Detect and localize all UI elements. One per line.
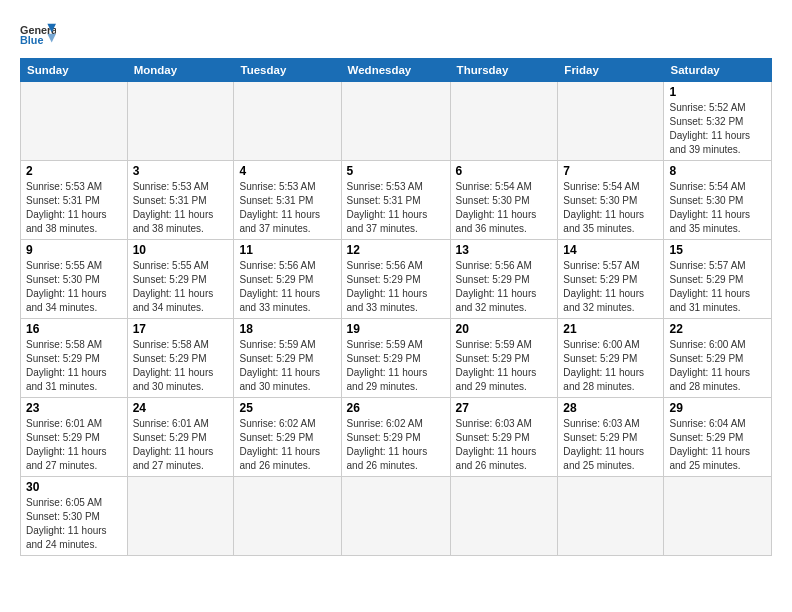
day-number: 17 xyxy=(133,322,229,336)
calendar-week-row: 2Sunrise: 5:53 AM Sunset: 5:31 PM Daylig… xyxy=(21,161,772,240)
day-number: 27 xyxy=(456,401,553,415)
logo: General Blue xyxy=(20,22,56,50)
day-number: 25 xyxy=(239,401,335,415)
calendar-cell: 13Sunrise: 5:56 AM Sunset: 5:29 PM Dayli… xyxy=(450,240,558,319)
calendar-cell: 10Sunrise: 5:55 AM Sunset: 5:29 PM Dayli… xyxy=(127,240,234,319)
calendar-cell: 27Sunrise: 6:03 AM Sunset: 5:29 PM Dayli… xyxy=(450,398,558,477)
calendar-table: SundayMondayTuesdayWednesdayThursdayFrid… xyxy=(20,58,772,556)
day-info: Sunrise: 6:03 AM Sunset: 5:29 PM Dayligh… xyxy=(563,417,658,473)
calendar-cell: 9Sunrise: 5:55 AM Sunset: 5:30 PM Daylig… xyxy=(21,240,128,319)
calendar-cell: 12Sunrise: 5:56 AM Sunset: 5:29 PM Dayli… xyxy=(341,240,450,319)
day-info: Sunrise: 5:54 AM Sunset: 5:30 PM Dayligh… xyxy=(563,180,658,236)
calendar-cell xyxy=(558,82,664,161)
calendar-cell: 17Sunrise: 5:58 AM Sunset: 5:29 PM Dayli… xyxy=(127,319,234,398)
day-number: 9 xyxy=(26,243,122,257)
calendar-header-row: SundayMondayTuesdayWednesdayThursdayFrid… xyxy=(21,59,772,82)
day-number: 10 xyxy=(133,243,229,257)
calendar-week-row: 1Sunrise: 5:52 AM Sunset: 5:32 PM Daylig… xyxy=(21,82,772,161)
day-header-thursday: Thursday xyxy=(450,59,558,82)
day-info: Sunrise: 5:59 AM Sunset: 5:29 PM Dayligh… xyxy=(456,338,553,394)
logo-icon: General Blue xyxy=(20,22,56,50)
calendar-cell: 22Sunrise: 6:00 AM Sunset: 5:29 PM Dayli… xyxy=(664,319,772,398)
day-info: Sunrise: 5:58 AM Sunset: 5:29 PM Dayligh… xyxy=(26,338,122,394)
day-number: 16 xyxy=(26,322,122,336)
day-info: Sunrise: 5:56 AM Sunset: 5:29 PM Dayligh… xyxy=(347,259,445,315)
day-number: 3 xyxy=(133,164,229,178)
calendar-week-row: 30Sunrise: 6:05 AM Sunset: 5:30 PM Dayli… xyxy=(21,477,772,556)
day-info: Sunrise: 5:54 AM Sunset: 5:30 PM Dayligh… xyxy=(669,180,766,236)
day-info: Sunrise: 5:57 AM Sunset: 5:29 PM Dayligh… xyxy=(669,259,766,315)
day-info: Sunrise: 5:56 AM Sunset: 5:29 PM Dayligh… xyxy=(456,259,553,315)
calendar-cell: 30Sunrise: 6:05 AM Sunset: 5:30 PM Dayli… xyxy=(21,477,128,556)
day-header-monday: Monday xyxy=(127,59,234,82)
calendar-cell xyxy=(341,477,450,556)
day-info: Sunrise: 6:05 AM Sunset: 5:30 PM Dayligh… xyxy=(26,496,122,552)
day-info: Sunrise: 6:00 AM Sunset: 5:29 PM Dayligh… xyxy=(563,338,658,394)
calendar-cell: 16Sunrise: 5:58 AM Sunset: 5:29 PM Dayli… xyxy=(21,319,128,398)
day-number: 5 xyxy=(347,164,445,178)
day-info: Sunrise: 6:03 AM Sunset: 5:29 PM Dayligh… xyxy=(456,417,553,473)
day-info: Sunrise: 5:55 AM Sunset: 5:30 PM Dayligh… xyxy=(26,259,122,315)
calendar-cell xyxy=(558,477,664,556)
calendar-cell: 4Sunrise: 5:53 AM Sunset: 5:31 PM Daylig… xyxy=(234,161,341,240)
calendar-cell xyxy=(234,477,341,556)
day-info: Sunrise: 5:52 AM Sunset: 5:32 PM Dayligh… xyxy=(669,101,766,157)
day-number: 4 xyxy=(239,164,335,178)
header: General Blue xyxy=(20,16,772,50)
day-info: Sunrise: 5:55 AM Sunset: 5:29 PM Dayligh… xyxy=(133,259,229,315)
calendar-cell: 26Sunrise: 6:02 AM Sunset: 5:29 PM Dayli… xyxy=(341,398,450,477)
day-number: 21 xyxy=(563,322,658,336)
day-info: Sunrise: 5:54 AM Sunset: 5:30 PM Dayligh… xyxy=(456,180,553,236)
calendar-cell: 6Sunrise: 5:54 AM Sunset: 5:30 PM Daylig… xyxy=(450,161,558,240)
svg-text:Blue: Blue xyxy=(20,34,43,46)
day-header-saturday: Saturday xyxy=(664,59,772,82)
day-number: 8 xyxy=(669,164,766,178)
calendar-cell: 20Sunrise: 5:59 AM Sunset: 5:29 PM Dayli… xyxy=(450,319,558,398)
day-info: Sunrise: 5:53 AM Sunset: 5:31 PM Dayligh… xyxy=(239,180,335,236)
calendar-cell xyxy=(21,82,128,161)
day-number: 11 xyxy=(239,243,335,257)
day-number: 22 xyxy=(669,322,766,336)
day-number: 6 xyxy=(456,164,553,178)
calendar-cell xyxy=(341,82,450,161)
calendar-cell: 19Sunrise: 5:59 AM Sunset: 5:29 PM Dayli… xyxy=(341,319,450,398)
day-header-wednesday: Wednesday xyxy=(341,59,450,82)
calendar-cell: 24Sunrise: 6:01 AM Sunset: 5:29 PM Dayli… xyxy=(127,398,234,477)
calendar-cell: 23Sunrise: 6:01 AM Sunset: 5:29 PM Dayli… xyxy=(21,398,128,477)
day-number: 7 xyxy=(563,164,658,178)
day-number: 15 xyxy=(669,243,766,257)
day-info: Sunrise: 6:01 AM Sunset: 5:29 PM Dayligh… xyxy=(26,417,122,473)
day-number: 28 xyxy=(563,401,658,415)
day-number: 18 xyxy=(239,322,335,336)
calendar-cell: 3Sunrise: 5:53 AM Sunset: 5:31 PM Daylig… xyxy=(127,161,234,240)
day-number: 29 xyxy=(669,401,766,415)
calendar-cell: 28Sunrise: 6:03 AM Sunset: 5:29 PM Dayli… xyxy=(558,398,664,477)
day-number: 1 xyxy=(669,85,766,99)
calendar-cell xyxy=(127,82,234,161)
day-header-sunday: Sunday xyxy=(21,59,128,82)
day-header-tuesday: Tuesday xyxy=(234,59,341,82)
calendar-cell: 14Sunrise: 5:57 AM Sunset: 5:29 PM Dayli… xyxy=(558,240,664,319)
day-info: Sunrise: 6:02 AM Sunset: 5:29 PM Dayligh… xyxy=(347,417,445,473)
day-number: 30 xyxy=(26,480,122,494)
day-number: 19 xyxy=(347,322,445,336)
day-number: 2 xyxy=(26,164,122,178)
day-info: Sunrise: 5:59 AM Sunset: 5:29 PM Dayligh… xyxy=(239,338,335,394)
day-info: Sunrise: 5:53 AM Sunset: 5:31 PM Dayligh… xyxy=(133,180,229,236)
day-number: 23 xyxy=(26,401,122,415)
calendar-cell: 1Sunrise: 5:52 AM Sunset: 5:32 PM Daylig… xyxy=(664,82,772,161)
day-info: Sunrise: 5:53 AM Sunset: 5:31 PM Dayligh… xyxy=(347,180,445,236)
calendar-cell: 21Sunrise: 6:00 AM Sunset: 5:29 PM Dayli… xyxy=(558,319,664,398)
day-info: Sunrise: 5:53 AM Sunset: 5:31 PM Dayligh… xyxy=(26,180,122,236)
day-info: Sunrise: 6:04 AM Sunset: 5:29 PM Dayligh… xyxy=(669,417,766,473)
calendar-week-row: 16Sunrise: 5:58 AM Sunset: 5:29 PM Dayli… xyxy=(21,319,772,398)
day-info: Sunrise: 6:01 AM Sunset: 5:29 PM Dayligh… xyxy=(133,417,229,473)
day-info: Sunrise: 6:02 AM Sunset: 5:29 PM Dayligh… xyxy=(239,417,335,473)
day-info: Sunrise: 5:59 AM Sunset: 5:29 PM Dayligh… xyxy=(347,338,445,394)
calendar-cell: 7Sunrise: 5:54 AM Sunset: 5:30 PM Daylig… xyxy=(558,161,664,240)
calendar-cell: 2Sunrise: 5:53 AM Sunset: 5:31 PM Daylig… xyxy=(21,161,128,240)
calendar-cell: 18Sunrise: 5:59 AM Sunset: 5:29 PM Dayli… xyxy=(234,319,341,398)
calendar-cell: 5Sunrise: 5:53 AM Sunset: 5:31 PM Daylig… xyxy=(341,161,450,240)
calendar-cell: 15Sunrise: 5:57 AM Sunset: 5:29 PM Dayli… xyxy=(664,240,772,319)
day-info: Sunrise: 5:57 AM Sunset: 5:29 PM Dayligh… xyxy=(563,259,658,315)
